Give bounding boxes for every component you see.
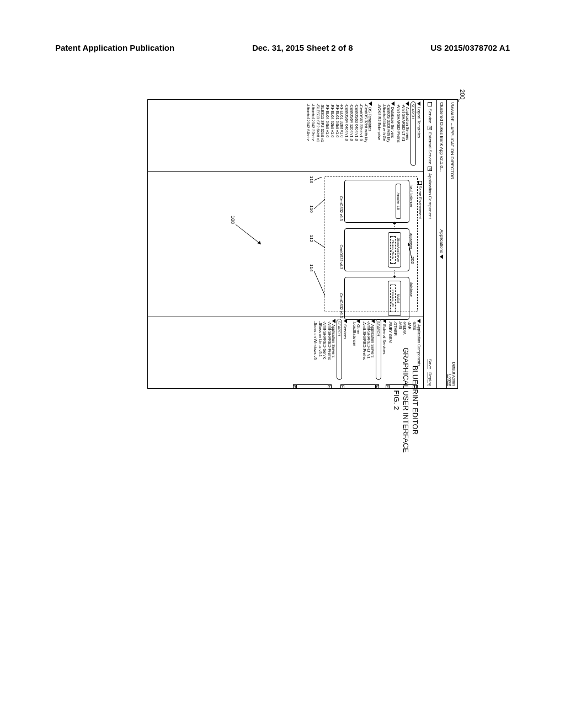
list-item[interactable]: -LoadBalancer — [351, 321, 356, 383]
action-bar: Service External Service Application Com… — [423, 100, 436, 388]
list-item[interactable]: -JBoss on Linux v5.1 — [317, 321, 322, 383]
logout-link[interactable]: Logout — [449, 362, 452, 386]
list-item[interactable]: -W2K8 R2 Enterprise — [376, 104, 381, 169]
search-input[interactable]: SEARCH — [337, 319, 342, 380]
svg-marker-1 — [393, 222, 396, 224]
header-center: Dec. 31, 2015 Sheet 2 of 8 — [252, 43, 353, 52]
svg-line-8 — [314, 240, 325, 248]
chevron-down-icon — [418, 101, 421, 106]
list-item[interactable]: -Amit-SHARED-PreIns — [361, 321, 366, 383]
list-item[interactable]: -CentOS63 64bit v1.0 — [354, 104, 359, 169]
save-button[interactable]: Save — [428, 359, 433, 369]
dep-arrow-icon — [393, 270, 396, 278]
chevron-down-icon — [391, 101, 395, 106]
legend-external-label: External Service — [428, 132, 433, 164]
list-item[interactable]: -Jboss on Windows v5 — [312, 321, 317, 383]
scroll-up-icon[interactable]: ▲ — [328, 385, 332, 388]
legend-component-label: Application Component — [428, 173, 433, 219]
list-item[interactable]: -Amit-SHARED-PreIns — [327, 321, 332, 383]
vm-label: database — [409, 281, 413, 298]
svg-line-6 — [314, 177, 322, 180]
section-ext-services[interactable]: External Services — [383, 324, 387, 354]
legend-service-label: Service — [428, 109, 433, 124]
caption-fig-number: FIG. 2 — [391, 347, 401, 453]
svc-name: JBossAppServer — [397, 234, 400, 266]
chevron-down-icon — [357, 319, 360, 323]
canvas-legend: Service External Service Application Com… — [428, 102, 433, 219]
svg-line-10 — [236, 224, 261, 244]
search-input[interactable]: SEARCH — [411, 101, 416, 166]
scroll-up-icon[interactable]: ▲ — [375, 385, 379, 388]
section-app-servers[interactable]: Application Servers — [371, 324, 375, 357]
vm-load-balancer[interactable]: load_balancer Apache_LB CentOS32 v6.3 — [344, 180, 409, 223]
scroll-down-icon[interactable]: ▼ — [340, 385, 344, 388]
scrollbar[interactable]: ▲ ▼ — [293, 384, 332, 388]
list-item[interactable]: -CentOS63 32bit v1.0 — [359, 104, 364, 169]
vm-appserver[interactable]: appserver JBossAppServer Dukes_Bank Cent… — [344, 228, 409, 271]
applications-dropdown[interactable]: Applications — [439, 229, 444, 259]
chevron-down-icon — [371, 319, 375, 323]
right-panel[interactable]: Application Components -EXE -JAR -MEDIA … — [148, 317, 423, 388]
svg-line-7 — [314, 199, 325, 209]
scrollbar[interactable]: ▲ ▼ — [340, 384, 379, 388]
section-app-servers[interactable]: Application Servers — [406, 107, 409, 140]
main-columns: Logical Templates SEARCH Application Ser… — [148, 100, 423, 388]
list-item[interactable]: -RHEL64 64bit v1.0 — [325, 104, 330, 169]
legend-external-icon — [428, 126, 433, 130]
list-item[interactable]: -Amit-SHARED-Servic — [322, 321, 327, 383]
list-item[interactable]: -Amit-SHARED-LT V1 — [401, 104, 406, 169]
vm-database[interactable]: database MySql initialize_db CentOS32 v6… — [344, 277, 409, 320]
search-input[interactable]: SEARCH — [376, 319, 382, 380]
list-item[interactable]: -Ubuntu12042 32bit v — [310, 104, 315, 169]
section-other[interactable]: Other — [356, 324, 360, 334]
user-block: Default Admin Logout — [449, 362, 456, 386]
same-env-checkbox[interactable]: Same Environment — [418, 180, 422, 220]
legend-service-icon — [428, 102, 433, 106]
ref-slashes — [312, 177, 325, 315]
chevron-down-icon — [440, 254, 444, 259]
section-svc-app-servers[interactable]: Application Servers — [332, 324, 335, 357]
component-dukes-bank[interactable]: Dukes_Bank — [390, 236, 396, 264]
deploy-button[interactable]: Deploy — [428, 372, 433, 386]
os-version: CentOS32 v6.3 — [339, 196, 343, 221]
scroll-down-icon[interactable]: ▼ — [293, 385, 297, 388]
ref-202-arrow — [407, 242, 413, 258]
list-item[interactable]: -CentOS64 64bit v1.0 — [344, 104, 349, 169]
svg-marker-3 — [393, 276, 396, 278]
list-item[interactable]: -Ubuntu 64bit with Ge — [381, 104, 386, 169]
canvas-area[interactable]: Same Environment load_balancer Apache_LB… — [148, 172, 423, 317]
legend-component-icon — [428, 167, 433, 171]
list-item[interactable]: -Amit-SHARED-PreIns — [396, 104, 401, 169]
user-name: Default Admin — [452, 362, 456, 386]
left-panel[interactable]: Logical Templates SEARCH Application Ser… — [148, 100, 423, 172]
service-node-jboss[interactable]: JBossAppServer Dukes_Bank — [388, 232, 401, 267]
list-item[interactable]: -CentOS 32bit with My — [364, 104, 369, 169]
list-item[interactable]: -SLES11 SP2 32bit v1 — [320, 104, 325, 169]
section-os-templates[interactable]: OS Templates — [368, 107, 372, 131]
list-item[interactable]: -SLES11 SP2 64bit v1 — [315, 104, 320, 169]
list-item[interactable]: -RHEL61 32bit v1.0 — [339, 104, 344, 169]
breadcrumb-bar: Clustered Dukes Bank App v2.1.0... Appli… — [436, 100, 446, 388]
list-item[interactable]: -CentOS 32bit with My — [386, 104, 391, 169]
checkbox-icon — [418, 181, 422, 185]
environment-group[interactable]: Same Environment load_balancer Apache_LB… — [324, 176, 418, 312]
titlebar: VMWARE – APPLICATION DIRECTOR Default Ad… — [446, 100, 457, 388]
service-node-apache[interactable]: Apache_LB — [396, 184, 401, 219]
component-init-db[interactable]: initialize_db — [390, 285, 396, 312]
chevron-down-icon — [369, 101, 372, 106]
service-node-mysql[interactable]: MySql initialize_db — [388, 281, 401, 316]
app-name-crumb[interactable]: Clustered Dukes Bank App v2.1.0... — [439, 102, 444, 172]
list-item[interactable]: -RHEL61 64bit v1.0 — [334, 104, 339, 169]
list-item[interactable]: -Ubuntu12042 64bit v — [306, 104, 311, 169]
section-logical-templates[interactable]: Logical Templates — [417, 107, 421, 138]
caption-line1: BLUEPRINT EDITOR — [410, 347, 419, 453]
list-item[interactable]: -CentOS64 32bit v1.0 — [349, 104, 354, 169]
os-version: CentOS32 v6.3 — [339, 245, 343, 269]
list-item[interactable]: -Amit-SHARED-LT V1 — [366, 321, 371, 383]
ref-108: 108 — [230, 216, 236, 224]
section-db-servers[interactable]: Database Servers — [391, 107, 395, 138]
scroll-down-icon[interactable]: ▼ — [386, 385, 390, 388]
list-item[interactable]: -RHEL64 32bit v1.0 — [329, 104, 334, 169]
section-services[interactable]: Services — [343, 324, 347, 339]
app-window: VMWARE – APPLICATION DIRECTOR Default Ad… — [147, 99, 458, 389]
